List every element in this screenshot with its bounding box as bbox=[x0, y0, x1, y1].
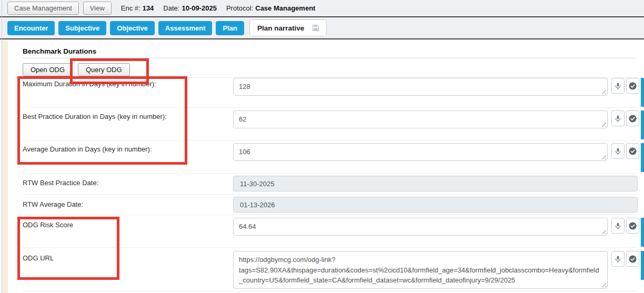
check-circle-button[interactable] bbox=[626, 218, 639, 234]
microphone-button[interactable] bbox=[611, 251, 625, 267]
case-management-button[interactable]: Case Management bbox=[7, 2, 79, 15]
field-status-strip bbox=[641, 218, 644, 247]
field-label-best-practice-duration: Best Practice Duration in Days (key in n… bbox=[23, 113, 167, 120]
query-odg-button[interactable]: Query ODG bbox=[78, 63, 130, 76]
encounter-number-label: Enc #: bbox=[121, 4, 140, 12]
microphone-button[interactable] bbox=[611, 143, 625, 159]
row-divider bbox=[23, 247, 637, 248]
field-status-strip bbox=[641, 110, 644, 139]
field-label-max-duration: Maximum Duration in Days (key in number)… bbox=[23, 80, 156, 88]
field-label-odg-url: ODG URL bbox=[23, 254, 54, 262]
row-divider bbox=[23, 107, 637, 108]
microphone-button[interactable] bbox=[611, 218, 625, 234]
field-label-rtw-average-date: RTW Average Date: bbox=[23, 200, 83, 208]
tab-encounter[interactable]: Encounter bbox=[7, 21, 55, 35]
rtw-best-practice-date-input bbox=[233, 176, 638, 191]
open-odg-button[interactable]: Open ODG bbox=[23, 63, 73, 76]
field-label-rtw-best-practice-date: RTW Best Practice Date: bbox=[23, 179, 98, 187]
check-circle-button[interactable] bbox=[626, 78, 639, 94]
best-practice-duration-input[interactable]: 62 bbox=[233, 110, 608, 128]
plan-narrative-box[interactable]: Plan narrative bbox=[249, 19, 327, 36]
tab-subjective[interactable]: Subjective bbox=[58, 21, 106, 35]
average-duration-input[interactable]: 106 bbox=[233, 143, 608, 161]
soap-tab-bar: Encounter Subjective Objective Assessmen… bbox=[0, 17, 644, 39]
view-button[interactable]: View bbox=[83, 2, 112, 15]
plan-narrative-label: Plan narrative bbox=[257, 24, 304, 32]
tab-plan[interactable]: Plan bbox=[216, 21, 244, 35]
rtw-average-date-input bbox=[233, 197, 638, 213]
row-divider bbox=[23, 215, 637, 215]
floppy-disk-icon[interactable] bbox=[311, 24, 320, 32]
encounter-number-value: 134 bbox=[143, 4, 154, 12]
protocol-value: Case Management bbox=[255, 4, 315, 12]
tab-objective[interactable]: Objective bbox=[110, 21, 155, 35]
encounter-header-bar: Case Management View Enc #:134 Date:10-0… bbox=[0, 0, 644, 17]
odg-url-input[interactable]: https://odgbymcg.com/odg-link?tags=S82.9… bbox=[233, 251, 608, 289]
tab-assessment[interactable]: Assessment bbox=[158, 21, 213, 35]
encounter-number: Enc #:134 bbox=[121, 4, 154, 12]
field-status-strip bbox=[641, 78, 644, 107]
protocol-label: Protocol: bbox=[226, 4, 253, 12]
field-status-strip bbox=[641, 143, 644, 172]
row-divider bbox=[23, 291, 637, 291]
row-divider bbox=[23, 173, 637, 174]
microphone-button[interactable] bbox=[611, 78, 625, 94]
left-gutter-strip bbox=[2, 40, 8, 293]
section-divider bbox=[23, 58, 637, 58]
app-window: Case Management View Enc #:134 Date:10-0… bbox=[0, 0, 644, 293]
encounter-date-label: Date: bbox=[163, 4, 179, 12]
microphone-button[interactable] bbox=[611, 110, 625, 126]
row-divider bbox=[23, 140, 637, 140]
odg-risk-score-input[interactable]: 64.64 bbox=[233, 218, 608, 236]
encounter-date-value: 10-09-2025 bbox=[182, 4, 217, 12]
protocol: Protocol:Case Management bbox=[226, 4, 315, 12]
max-duration-input[interactable]: 128 bbox=[233, 78, 608, 96]
check-circle-button[interactable] bbox=[626, 251, 639, 267]
field-label-odg-risk-score: ODG Risk Score bbox=[23, 221, 73, 229]
check-circle-button[interactable] bbox=[626, 143, 639, 159]
encounter-date: Date:10-09-2025 bbox=[163, 4, 217, 12]
field-status-strip bbox=[641, 251, 644, 280]
field-label-average-duration: Average Duration in Days (key in number)… bbox=[23, 145, 152, 153]
check-circle-button[interactable] bbox=[626, 110, 639, 126]
section-title: Benchmark Durations bbox=[23, 47, 96, 55]
row-divider bbox=[23, 194, 637, 195]
